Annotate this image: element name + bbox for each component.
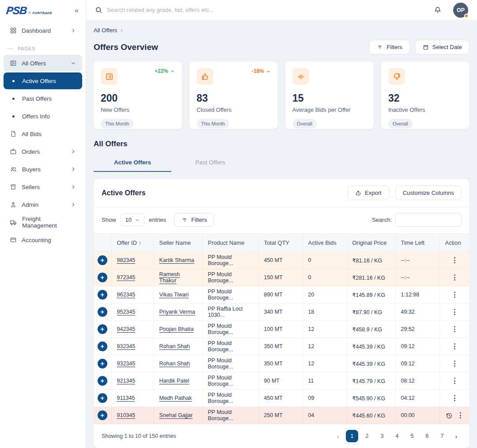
tab[interactable]: Active Offers (94, 155, 171, 172)
row-menu-icon[interactable] (451, 307, 458, 317)
row-menu-icon[interactable] (451, 342, 458, 351)
offer-id-link[interactable]: 972345 (117, 274, 136, 281)
seller-name-link[interactable]: Medh Pathak (159, 395, 192, 401)
sidebar-item-all-bids[interactable]: All Bids (4, 125, 82, 142)
row-menu-icon[interactable] (457, 410, 464, 420)
stat-card-closed-offers[interactable]: -18% 83 Closed Offers This Month (189, 61, 278, 129)
table-filters-button[interactable]: Filters (174, 213, 214, 227)
page-number-button[interactable]: 1 (346, 430, 358, 442)
expand-row-button[interactable]: + (98, 307, 107, 317)
offers-list-icon (10, 60, 17, 67)
row-menu-icon[interactable] (451, 359, 458, 368)
seller-name-link[interactable]: Rohan Shah (159, 361, 190, 367)
entries-summary: Showing 1 to 10 of 150 entries (102, 433, 176, 439)
expand-row-button[interactable]: + (98, 393, 107, 403)
main-area: OP All Offers › Offers Overview Filters (86, 0, 477, 448)
entries-label: entries (149, 216, 166, 223)
column-header-product-name[interactable]: Product Name (202, 234, 258, 252)
expand-row-button[interactable]: + (98, 255, 107, 265)
offer-id-link[interactable]: 962345 (117, 292, 136, 298)
global-search-input[interactable] (107, 7, 257, 13)
filters-button[interactable]: Filters (369, 40, 409, 54)
seller-name-link[interactable]: Poojan Bhatia (159, 326, 194, 332)
row-menu-icon[interactable] (451, 324, 458, 334)
stat-card-new-offers[interactable]: +22% 200 New Offers This Month (94, 61, 182, 129)
sidebar-item-all-offers[interactable]: All Offers (4, 55, 82, 72)
stat-card-inactive-offers[interactable]: 32 Inactive Offers Overall (381, 61, 469, 129)
column-header-total-qty[interactable]: Total QTY (258, 234, 303, 252)
expand-row-button[interactable]: + (98, 324, 107, 334)
seller-name-link[interactable]: Rohan Shah (159, 343, 190, 349)
expand-row-button[interactable]: + (98, 273, 107, 282)
seller-name-link[interactable]: Priyank Verma (159, 309, 195, 315)
history-icon[interactable] (445, 412, 453, 419)
previous-page-icon[interactable]: ‹ (333, 433, 343, 440)
column-header-original-price[interactable]: Original Price (347, 234, 395, 252)
active-bids-cell: 11 (303, 372, 347, 390)
tab[interactable]: Past Offers (171, 155, 249, 172)
column-header-offer-id[interactable]: Offer ID↑ (111, 234, 154, 252)
sidebar-item-accounting[interactable]: Accounting (4, 232, 82, 248)
column-header-seller-name[interactable]: Seller Name (154, 234, 202, 252)
expand-row-button[interactable]: + (98, 376, 107, 386)
page-size-select[interactable]: 10 (121, 213, 144, 226)
storefront-icon (10, 183, 17, 190)
active-bids-cell: 0 (303, 252, 347, 269)
breadcrumb-item[interactable]: All Offers (94, 27, 117, 34)
sidebar-item-dashboard[interactable]: Dashboard (4, 22, 82, 39)
briefcase-icon (10, 148, 17, 155)
sidebar-item-buyers[interactable]: Buyers (4, 161, 82, 178)
brand-logo[interactable]: PSB ® FORTRADE (6, 5, 52, 16)
seller-name-link[interactable]: Vikas Tiwari (159, 292, 189, 298)
seller-name-link[interactable]: Kartik Sharma (159, 257, 194, 263)
offer-id-link[interactable]: 932345 (117, 343, 136, 349)
offer-id-link[interactable]: 952345 (117, 309, 136, 315)
offer-id-link[interactable]: 911345 (117, 395, 135, 401)
page-number-button[interactable]: 3 (376, 430, 388, 442)
row-menu-icon[interactable] (451, 290, 458, 300)
page-number-button[interactable]: 5 (406, 430, 418, 442)
row-menu-icon[interactable] (451, 376, 458, 386)
expand-row-button[interactable]: + (98, 342, 107, 351)
offer-id-link[interactable]: 921345 (117, 378, 136, 384)
page-number-button[interactable]: 6 (421, 430, 433, 442)
column-header-time-left[interactable]: Time Left (395, 234, 439, 252)
page-number-button[interactable]: 4 (391, 430, 403, 442)
user-avatar[interactable]: OP (453, 3, 468, 18)
column-header-action: Action (439, 234, 469, 252)
dashboard-grid-icon (10, 27, 17, 34)
column-header-active-bids[interactable]: Active Bids (303, 234, 347, 252)
seller-name-link[interactable]: Hardik Patel (159, 378, 189, 384)
customize-columns-button[interactable]: Customize Columns (395, 186, 462, 200)
offer-id-link[interactable]: 982345 (117, 257, 136, 263)
sidebar-item-past-offers[interactable]: Past Offers (4, 90, 82, 107)
page-number-button[interactable]: 7 (436, 430, 448, 442)
page-number-button[interactable]: 2 (361, 430, 373, 442)
table-search-input[interactable] (395, 213, 462, 227)
seller-name-link[interactable]: Ramesh Thakur (159, 271, 180, 284)
sidebar-item-offers-info[interactable]: Offers Info (4, 108, 82, 125)
select-date-button[interactable]: Select Date (415, 40, 469, 54)
notifications-bell-icon[interactable] (434, 6, 442, 14)
sidebar-item-admin[interactable]: Admin (4, 196, 82, 213)
offer-id-link[interactable]: 932345 (117, 361, 136, 367)
row-menu-icon[interactable] (451, 255, 458, 265)
offer-id-link[interactable]: 910345 (117, 412, 136, 418)
sidebar-item-active-offers[interactable]: Active Offers (4, 72, 82, 89)
sidebar-item-orders[interactable]: Orders (4, 143, 82, 160)
table-row: + 962345 Vikas Tiwari PP Mould Borouge..… (94, 286, 469, 304)
next-page-icon[interactable]: › (451, 433, 462, 440)
sidebar-collapse-icon[interactable]: « (75, 7, 79, 15)
expand-row-button[interactable]: + (98, 359, 107, 368)
offer-id-link[interactable]: 942345 (117, 326, 136, 332)
expand-row-button[interactable]: + (98, 410, 107, 420)
global-search[interactable] (95, 6, 428, 14)
row-menu-icon[interactable] (451, 393, 458, 403)
expand-row-button[interactable]: + (98, 290, 107, 300)
row-menu-icon[interactable] (451, 273, 458, 282)
seller-name-link[interactable]: Snehal Gajjar (159, 412, 193, 418)
sidebar-item-sellers[interactable]: Sellers (4, 178, 82, 195)
stat-card-average-bids[interactable]: 15 Average Bids per Offer Overall (285, 61, 374, 129)
sidebar-item-freight-management[interactable]: Freight Management (4, 214, 82, 231)
export-button[interactable]: Export (348, 186, 389, 200)
